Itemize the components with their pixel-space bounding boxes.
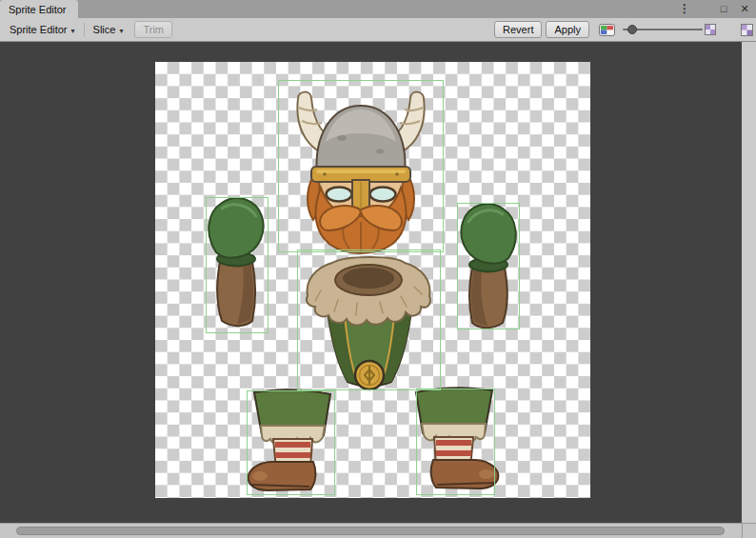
sprite-rects-layer bbox=[155, 62, 590, 498]
sprite-rect-leg-right[interactable] bbox=[416, 389, 495, 495]
trim-label: Trim bbox=[143, 24, 164, 35]
scrollbar-corner bbox=[742, 523, 756, 538]
rgb-color-toggle-icon[interactable] bbox=[599, 24, 615, 36]
sprite-rect-arm-right[interactable] bbox=[457, 203, 520, 329]
slice-label: Slice bbox=[93, 24, 116, 35]
chevron-down-icon: ▾ bbox=[71, 27, 75, 35]
horizontal-scrollbar[interactable] bbox=[0, 523, 742, 538]
chevron-down-icon: ▾ bbox=[119, 27, 123, 35]
tab-title: Sprite Editor bbox=[9, 4, 67, 15]
slice-dropdown[interactable]: Slice ▾ bbox=[88, 22, 129, 37]
revert-button[interactable]: Revert bbox=[494, 21, 542, 38]
sprite-editor-mode-label: Sprite Editor bbox=[10, 24, 68, 35]
zoom-slider[interactable] bbox=[623, 22, 703, 37]
window-menu-icon[interactable]: ⋮ bbox=[674, 0, 695, 18]
toolbar-right-group: Revert Apply bbox=[490, 21, 754, 38]
sprite-rect-torso[interactable] bbox=[297, 249, 441, 390]
window-controls: ⋮ □ ✕ bbox=[674, 0, 756, 18]
sprite-editor-toolbar: Sprite Editor ▾ Slice ▾ Trim Revert Appl… bbox=[0, 18, 756, 42]
trim-button[interactable]: Trim bbox=[134, 21, 172, 38]
window-tab-bar: Sprite Editor ⋮ □ ✕ bbox=[0, 0, 756, 18]
apply-button[interactable]: Apply bbox=[546, 21, 589, 38]
mip-texture-icon[interactable] bbox=[705, 24, 716, 35]
alpha-texture-icon[interactable] bbox=[741, 24, 753, 36]
sprite-rect-head[interactable] bbox=[278, 80, 444, 252]
tab-sprite-editor[interactable]: Sprite Editor bbox=[0, 0, 78, 18]
sprite-rect-leg-left[interactable] bbox=[247, 390, 335, 495]
window-close-icon[interactable]: ✕ bbox=[735, 0, 754, 18]
sprite-rect-arm-left[interactable] bbox=[206, 197, 269, 333]
zoom-slider-handle[interactable] bbox=[627, 25, 637, 34]
window-maximize-icon[interactable]: □ bbox=[714, 0, 733, 18]
apply-label: Apply bbox=[554, 24, 581, 35]
sprite-editor-canvas[interactable] bbox=[0, 42, 742, 523]
revert-label: Revert bbox=[503, 24, 533, 35]
horizontal-scrollbar-thumb[interactable] bbox=[16, 527, 725, 535]
sprite-editor-mode-dropdown[interactable]: Sprite Editor ▾ bbox=[4, 22, 81, 37]
toolbar-separator bbox=[84, 23, 85, 37]
sprite-sheet[interactable] bbox=[155, 62, 590, 498]
